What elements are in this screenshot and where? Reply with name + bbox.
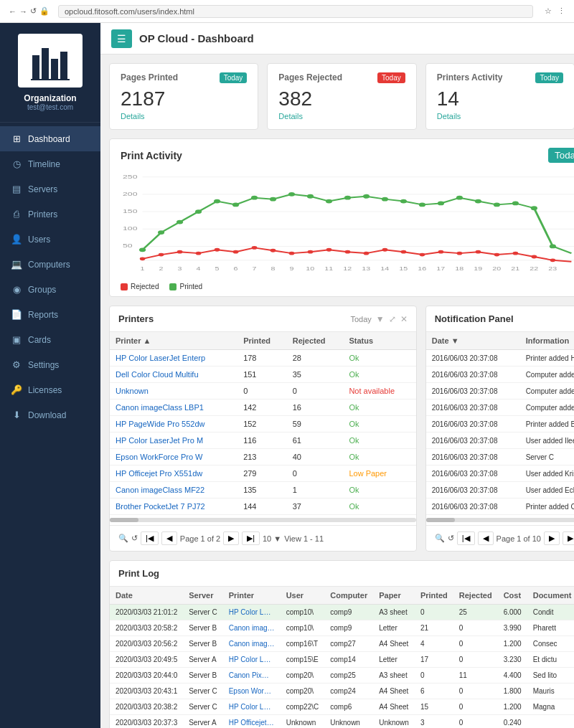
- sidebar-item-servers[interactable]: ▤ Servers: [0, 176, 100, 202]
- log-cost: 3.990: [498, 620, 527, 636]
- printer-rejected: 1: [287, 482, 344, 498]
- svg-point-56: [457, 252, 463, 255]
- notif-date: 2016/06/03 20:37:08: [426, 400, 520, 416]
- print-log-table: Date Server Printer User Computer Paper …: [110, 587, 574, 728]
- table-row[interactable]: Dell Color Cloud Multifu15135Ok: [110, 367, 416, 383]
- stat-details-printers[interactable]: Details: [437, 112, 563, 120]
- sidebar-item-timeline[interactable]: ◷ Timeline: [0, 151, 100, 176]
- table-row[interactable]: 2020/03/03 21:01:2 Server C HP Color Las…: [110, 605, 574, 620]
- log-printer: HP Color Laserj: [223, 652, 281, 668]
- table-row[interactable]: HP Color LaserJet Pro M11661Ok: [110, 432, 416, 449]
- table-row[interactable]: 2016/06/03 20:37:08Computer added comp28…: [426, 383, 574, 400]
- sidebar-item-groups[interactable]: ◉ Groups: [0, 277, 100, 302]
- table-row[interactable]: 2016/06/03 20:37:08Computer added comp24…: [426, 367, 574, 383]
- nav-label-reports: Reports: [28, 310, 58, 320]
- sidebar-item-users[interactable]: 👤 Users: [0, 227, 100, 252]
- table-row[interactable]: 2016/06/03 20:37:08User added Echo6: [426, 482, 574, 498]
- svg-point-34: [475, 199, 481, 204]
- log-server: Server A: [183, 715, 222, 729]
- back-btn[interactable]: ←: [9, 7, 17, 16]
- printers-first-page[interactable]: |◀: [141, 531, 159, 545]
- table-row[interactable]: 2016/06/03 20:37:08User added Ileen6: [426, 432, 574, 449]
- table-row[interactable]: 2020/03/03 20:43:1 Server C Epson WorkFo…: [110, 684, 574, 699]
- sidebar-item-licenses[interactable]: 🔑 Licenses: [0, 377, 100, 402]
- col-date-sort[interactable]: ▼: [451, 336, 459, 345]
- table-row[interactable]: Canon imageClass LBP114216Ok: [110, 400, 416, 416]
- bookmark-icon[interactable]: ☆: [545, 6, 552, 16]
- log-computer: Unknown: [324, 715, 373, 729]
- printer-printed: 279: [237, 465, 287, 482]
- printer-rejected: 59: [287, 416, 344, 432]
- printers-last-page[interactable]: ▶|: [242, 531, 260, 545]
- svg-text:15: 15: [399, 266, 408, 272]
- stat-value-printers: 14: [437, 89, 563, 109]
- notification-scrollbar[interactable]: [426, 518, 574, 522]
- table-row[interactable]: Canon imageClass MF221351Ok: [110, 482, 416, 498]
- refresh-icon-printers[interactable]: ↺: [131, 534, 138, 543]
- table-row[interactable]: Brother PocketJet 7 PJ7214437Ok: [110, 498, 416, 515]
- org-name: Organization: [24, 93, 76, 103]
- table-row[interactable]: HP Color LaserJet Enterp17828Ok: [110, 350, 416, 367]
- table-row[interactable]: 2020/03/03 20:56:2 Server B Canon imageC…: [110, 636, 574, 652]
- reports-icon: 📄: [11, 309, 22, 320]
- printer-rejected: 61: [287, 432, 344, 449]
- printers-next-page[interactable]: ▶: [223, 531, 239, 545]
- search-icon-notification[interactable]: 🔍: [435, 534, 445, 543]
- sidebar-item-download[interactable]: ⬇ Download: [0, 402, 100, 427]
- stat-details-printed[interactable]: Details: [121, 112, 247, 120]
- table-row[interactable]: 2016/06/03 20:37:08Printer added Canon P…: [426, 498, 574, 515]
- notification-last-page[interactable]: ▶|: [563, 531, 574, 545]
- url-bar[interactable]: opcloud.fitosoft.com/users/index.html: [58, 5, 533, 18]
- sidebar-item-printers[interactable]: ⎙ Printers: [0, 202, 100, 227]
- printers-close-icon[interactable]: ✕: [400, 314, 408, 324]
- refresh-btn[interactable]: ↺: [30, 6, 37, 16]
- sidebar-item-reports[interactable]: 📄 Reports: [0, 302, 100, 327]
- table-row[interactable]: 2020/03/03 20:37:3 Server A HP Officejet…: [110, 715, 574, 729]
- col-printer-sort[interactable]: ▲: [144, 336, 151, 345]
- table-row[interactable]: 2016/06/03 20:37:08Computer added comp23…: [426, 400, 574, 416]
- table-row[interactable]: Unknown00Not available: [110, 383, 416, 400]
- sidebar-item-computers[interactable]: 💻 Computers: [0, 252, 100, 277]
- sidebar-item-cards[interactable]: ▣ Cards: [0, 327, 100, 352]
- notification-pagination: 🔍 ↺ |◀ ◀ Page 1 of 10 ▶ ▶| 10 ▼ View 1 -…: [426, 525, 574, 551]
- svg-text:200: 200: [123, 191, 138, 197]
- notification-next-page[interactable]: ▶: [544, 531, 560, 545]
- forward-btn[interactable]: →: [19, 7, 27, 16]
- table-row[interactable]: 2016/06/03 20:37:08Server C24: [426, 449, 574, 465]
- table-row[interactable]: HP Officejet Pro X551dw2790Low Paper: [110, 465, 416, 482]
- table-row[interactable]: 2016/06/03 20:37:08Printer added HP Offi…: [426, 350, 574, 367]
- table-row[interactable]: 2020/03/03 20:58:2 Server B Canon imageC…: [110, 620, 574, 636]
- table-row[interactable]: 2020/03/03 20:44:0 Server B Canon Pixma …: [110, 668, 574, 684]
- table-row[interactable]: 2016/06/03 20:37:08Printer added Brother…: [426, 416, 574, 432]
- filter-today[interactable]: Today: [548, 148, 574, 163]
- sidebar-item-dashboard[interactable]: ⊞ Dashboard: [0, 126, 100, 151]
- svg-point-57: [476, 250, 481, 254]
- computers-icon: 💻: [11, 259, 22, 270]
- menu-button[interactable]: ☰: [111, 29, 132, 48]
- stat-details-rejected[interactable]: Details: [278, 112, 405, 120]
- printers-prev-page[interactable]: ◀: [161, 531, 177, 545]
- printer-rejected: 35: [287, 367, 344, 383]
- refresh-icon-notification[interactable]: ↺: [448, 534, 454, 543]
- table-row[interactable]: Epson WorkForce Pro W21340Ok: [110, 449, 416, 465]
- printers-scrollbar[interactable]: [110, 518, 416, 522]
- svg-point-16: [139, 247, 146, 252]
- notification-page-info: Page 1 of 10: [497, 534, 541, 543]
- printer-name: HP Color LaserJet Enterp: [110, 350, 237, 367]
- menu-dots-icon[interactable]: ⋮: [557, 6, 565, 16]
- content-area: ☰ OP Cloud - Dashboard → Log out Pages P…: [100, 23, 574, 728]
- table-row[interactable]: 2020/03/03 20:49:5 Server A HP Color Las…: [110, 652, 574, 668]
- log-date: 2020/03/03 20:49:5: [110, 652, 183, 668]
- search-icon-printers[interactable]: 🔍: [118, 534, 128, 543]
- stat-card-printers: Printers Activity Today 14 Details: [425, 63, 574, 130]
- table-row[interactable]: 2020/03/03 20:38:2 Server C HP Color Las…: [110, 699, 574, 715]
- notification-first-page[interactable]: |◀: [457, 531, 475, 545]
- table-row[interactable]: HP PageWide Pro 552dw15259Ok: [110, 416, 416, 432]
- printers-expand-icon[interactable]: ⤢: [389, 314, 396, 324]
- printers-sort-icon[interactable]: ▼: [376, 314, 385, 324]
- sidebar-item-settings[interactable]: ⚙ Settings: [0, 352, 100, 377]
- table-row[interactable]: 2016/06/03 20:37:08User added Krissy6: [426, 465, 574, 482]
- printer-printed: 213: [237, 449, 287, 465]
- notif-date: 2016/06/03 20:37:08: [426, 432, 520, 449]
- notification-prev-page[interactable]: ◀: [478, 531, 494, 545]
